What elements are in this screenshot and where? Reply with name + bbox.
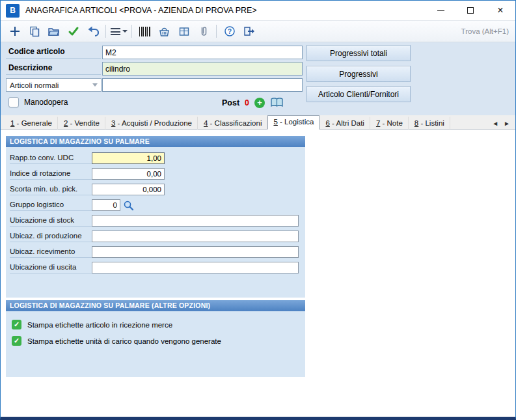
tab-generale[interactable]: 1 - Generale [5, 117, 58, 130]
package-icon [178, 25, 190, 37]
gruppo-logistico-search-button[interactable] [123, 200, 134, 211]
rappto-conv-udc-label: Rapp.to conv. UDC [10, 152, 92, 164]
undo-button[interactable] [84, 23, 102, 40]
field-row: Scorta min. ub. pick. [6, 182, 305, 197]
article-header-form: Codice articolo Descrizione Articoli nor… [1, 42, 515, 115]
basket-icon [158, 25, 170, 37]
field-row: Ubicazione di stock [6, 213, 305, 229]
chevron-down-icon [92, 83, 98, 87]
help-icon: ? [224, 25, 236, 37]
field-row: Ubicazione di uscita [6, 260, 305, 275]
minimize-button[interactable] [426, 1, 455, 20]
tipo-articolo-dropdown[interactable]: Articoli normali [6, 78, 102, 92]
new-icon [9, 25, 21, 37]
post-count: 0 [245, 98, 249, 107]
help-button[interactable]: ? [221, 23, 238, 40]
undo-icon [87, 25, 99, 37]
field-row: Rapp.to conv. UDC [6, 150, 305, 166]
articolo-clienti-fornitori-button[interactable]: Articolo Clienti/Fornitori [306, 86, 411, 102]
menu-icon [111, 28, 120, 35]
stampa-etichette-udc-checkbox[interactable]: ✓ [12, 336, 21, 346]
barcode-icon [139, 27, 150, 36]
logistica-palmare-panel: LOGISTICA DI MAGAZZINO SU PALMARE Rapp.t… [6, 136, 305, 298]
logistica-altre-opzioni-panel: LOGISTICA DI MAGAZZINO SU PALMARE (ALTRE… [6, 300, 305, 377]
app-icon: B [6, 4, 20, 18]
app-window: B ANAGRAFICA ARTICOLI <PROVA - AZIENDA D… [0, 0, 516, 420]
tab-scroll-left-icon[interactable]: ◄ [492, 120, 498, 127]
open-folder-icon [48, 25, 60, 37]
stampa-etichette-ricezione-checkbox[interactable]: ✓ [12, 320, 21, 329]
field-row: Indice di rotazione [6, 166, 305, 182]
codice-articolo-label: Codice articolo [6, 46, 101, 59]
scorta-min-label: Scorta min. ub. pick. [10, 184, 92, 195]
chevron-down-icon [122, 30, 128, 33]
window-title: ANAGRAFICA ARTICOLI <PROVA - AZIENDA DI … [25, 6, 257, 15]
copy-button[interactable] [25, 23, 43, 40]
tab-classificazioni[interactable]: 4 - Classificazioni [198, 117, 267, 130]
manodopera-checkbox[interactable] [8, 97, 19, 107]
maximize-icon [467, 7, 474, 14]
post-row: Post 0 + [222, 97, 284, 108]
open-button[interactable] [45, 23, 62, 40]
stampa-etichette-udc-label: Stampa etichette unità di carico quando … [27, 337, 221, 345]
section-header: LOGISTICA DI MAGAZZINO SU PALMARE [6, 136, 305, 147]
save-button[interactable] [64, 23, 82, 40]
descrizione-field[interactable] [102, 62, 303, 76]
find-shortcut-label[interactable]: Trova (Alt+F1) [461, 27, 510, 35]
ubicaz-ricevimento-field[interactable] [92, 246, 299, 258]
tab-vendite[interactable]: 2 - Vendite [58, 117, 105, 130]
gruppo-logistico-field[interactable] [92, 199, 120, 211]
svg-text:?: ? [227, 27, 231, 35]
tipo-articolo-value: Articoli normali [10, 81, 59, 89]
progressivi-button[interactable]: Progressivi [306, 66, 411, 82]
tab-scroll-arrows: ◄ ► [492, 120, 515, 129]
manodopera-label: Manodopera [24, 98, 68, 107]
ubicaz-produzione-field[interactable] [92, 231, 299, 242]
tab-logistica[interactable]: 5 - Logistica [267, 115, 319, 130]
stampa-etichette-ricezione-label: Stampa etichette articolo in ricezione m… [27, 321, 172, 329]
add-post-button[interactable]: + [254, 98, 265, 108]
field-row: Gruppo logistico [6, 197, 305, 213]
indice-rotazione-label: Indice di rotazione [10, 168, 92, 180]
minimize-icon [437, 10, 444, 11]
toolbar-separator [216, 25, 217, 38]
new-button[interactable] [6, 23, 23, 40]
ubicazione-uscita-label: Ubicazione di uscita [10, 262, 92, 273]
rappto-conv-udc-field[interactable] [92, 152, 165, 164]
descrizione-aggiuntiva-field[interactable] [102, 78, 303, 92]
codice-articolo-field[interactable] [102, 46, 303, 59]
ubicazione-stock-field[interactable] [92, 215, 299, 227]
exit-button[interactable] [240, 23, 258, 40]
tab-listini[interactable]: 8 - Listini [409, 117, 450, 130]
progressivi-totali-button[interactable]: Progressivi totali [306, 45, 411, 61]
option-row: ✓ Stampa etichette articolo in ricezione… [6, 316, 305, 333]
close-icon: × [497, 5, 503, 16]
ubicazione-stock-label: Ubicazione di stock [10, 215, 92, 227]
indice-rotazione-field[interactable] [92, 168, 165, 180]
post-book-icon[interactable] [270, 97, 284, 108]
descrizione-label: Descrizione [6, 62, 101, 75]
close-button[interactable]: × [485, 1, 515, 20]
package-button[interactable] [175, 23, 193, 40]
tab-note[interactable]: 7 - Note [370, 117, 409, 130]
menu-button[interactable] [110, 23, 128, 40]
attachment-button[interactable] [195, 23, 212, 40]
field-row: Ubicaz. di produzione [6, 229, 305, 244]
ubicazione-uscita-field[interactable] [92, 262, 299, 273]
tab-content-logistica: LOGISTICA DI MAGAZZINO SU PALMARE Rapp.t… [1, 130, 515, 417]
barcode-button[interactable] [136, 23, 154, 40]
field-row: Ubicaz. ricevimento [6, 244, 305, 260]
toolbar: ? Trova (Alt+F1) [1, 20, 515, 42]
manodopera-row: Manodopera [8, 97, 68, 107]
tab-scroll-right-icon[interactable]: ► [504, 120, 510, 127]
basket-button[interactable] [156, 23, 173, 40]
tab-acquisti-produzione[interactable]: 3 - Acquisti / Produzione [105, 117, 198, 130]
attachment-icon [198, 25, 210, 37]
exit-icon [243, 25, 255, 37]
tab-altri-dati[interactable]: 6 - Altri Dati [319, 117, 370, 130]
post-label: Post [222, 98, 239, 107]
ubicaz-ricevimento-label: Ubicaz. ricevimento [10, 246, 92, 258]
toolbar-separator [105, 25, 106, 38]
scorta-min-field[interactable] [92, 184, 165, 195]
maximize-button[interactable] [455, 1, 485, 20]
